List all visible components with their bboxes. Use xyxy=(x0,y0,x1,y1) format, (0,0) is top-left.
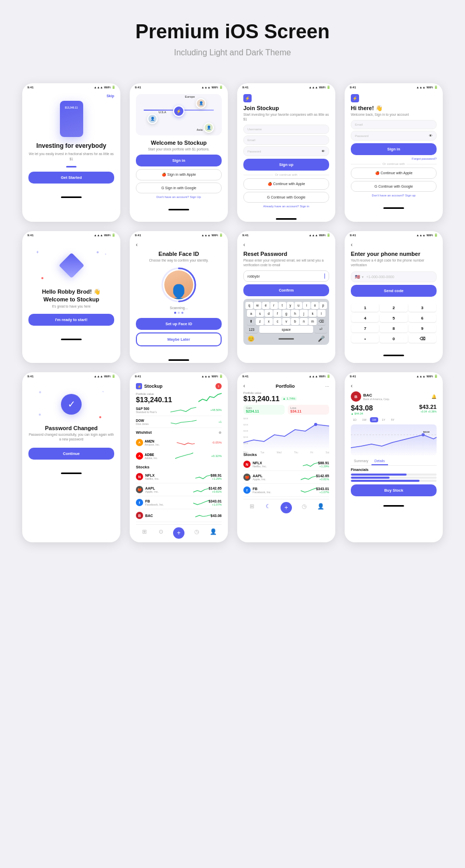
key-123[interactable]: 123 xyxy=(245,326,258,333)
key-z[interactable]: z xyxy=(256,318,264,325)
sign-in-button[interactable]: Sign in xyxy=(136,155,222,166)
key-t[interactable]: t xyxy=(278,302,286,309)
forgot-password-link[interactable]: Forgot password? xyxy=(412,157,437,160)
back-arrow[interactable]: ‹ xyxy=(351,383,352,389)
key-space[interactable]: space xyxy=(259,326,313,333)
password-input[interactable]: Password 👁 xyxy=(243,146,329,156)
dark-mode-nav[interactable]: ☾ xyxy=(264,502,272,510)
key-4[interactable]: 4 xyxy=(351,314,379,322)
apple-button[interactable]: 🍎 Continue with Apple xyxy=(351,167,437,179)
key-x[interactable]: x xyxy=(265,318,273,325)
get-started-button[interactable]: Get Started xyxy=(28,172,114,184)
tab-1m[interactable]: 1M xyxy=(370,417,378,422)
key-h[interactable]: h xyxy=(291,310,299,317)
maybe-later-button[interactable]: Maybe Later xyxy=(136,332,222,346)
key-m[interactable]: m xyxy=(308,318,317,325)
google-button[interactable]: G Continue with Google xyxy=(351,181,437,192)
continue-button[interactable]: Continue xyxy=(28,448,114,460)
key-k[interactable]: k xyxy=(308,310,317,317)
notification-badge[interactable]: 1 xyxy=(215,383,222,389)
tab-1d[interactable]: 1D xyxy=(351,417,359,422)
key-8[interactable]: 8 xyxy=(380,324,407,332)
key-5[interactable]: 5 xyxy=(380,314,407,322)
key-c[interactable]: c xyxy=(273,318,282,325)
sign-up-link[interactable]: Sign up xyxy=(405,194,415,197)
google-sign-in-button[interactable]: G Sign in with Google xyxy=(136,182,222,193)
key-n[interactable]: n xyxy=(300,318,308,325)
phone-input[interactable]: 🇺🇸 ▼ +1-000-000-0000 xyxy=(351,271,437,282)
key-p[interactable]: p xyxy=(319,302,327,309)
emoji-key[interactable]: 😊 xyxy=(247,336,255,342)
key-s[interactable]: s xyxy=(256,310,264,317)
confirm-button[interactable]: Confirm xyxy=(243,284,329,296)
key-i[interactable]: i xyxy=(303,302,311,309)
portfolio-nav[interactable]: ◷ xyxy=(300,502,308,510)
google-continue-button[interactable]: G Continue with Google xyxy=(243,192,329,203)
key-b[interactable]: b xyxy=(291,318,299,325)
key-0[interactable]: 0 xyxy=(380,334,407,343)
buy-stock-button[interactable]: Buy Stock xyxy=(351,484,437,496)
sign-up-button[interactable]: Sign up xyxy=(243,159,329,171)
key-backspace[interactable]: ⌫ xyxy=(409,334,436,343)
profile-nav[interactable]: 👤 xyxy=(209,527,218,536)
skip-button[interactable]: Skip xyxy=(106,94,114,98)
email-input[interactable]: Email xyxy=(351,120,437,129)
tab-1w[interactable]: 1W xyxy=(360,417,368,422)
key-2[interactable]: 2 xyxy=(380,303,407,312)
sign-in-button[interactable]: Sign in xyxy=(351,143,437,155)
home-nav[interactable]: ⊞ xyxy=(140,527,148,536)
bell-icon[interactable]: 🔔 xyxy=(431,394,437,399)
key-l[interactable]: l xyxy=(317,310,326,317)
email-input[interactable]: Email xyxy=(243,135,329,145)
mic-key[interactable]: 🎤 xyxy=(318,336,325,342)
key-j[interactable]: j xyxy=(300,310,308,317)
key-backspace[interactable]: ⌫ xyxy=(317,318,326,325)
key-dot[interactable]: • xyxy=(351,334,379,343)
ready-button[interactable]: I'm ready to start! xyxy=(28,314,114,326)
key-3[interactable]: 3 xyxy=(409,303,436,312)
setup-face-id-button[interactable]: Set up Face ID xyxy=(136,318,222,330)
back-arrow[interactable]: ‹ xyxy=(351,242,437,248)
portfolio-nav[interactable]: ◷ xyxy=(193,527,201,536)
sign-up-link[interactable]: Sign Up xyxy=(190,195,201,199)
key-f[interactable]: f xyxy=(273,310,282,317)
more-options[interactable]: ··· xyxy=(325,384,329,389)
back-arrow[interactable]: ‹ xyxy=(136,242,222,248)
key-w[interactable]: w xyxy=(254,302,261,309)
search-nav[interactable]: ⊙ xyxy=(157,527,165,536)
apple-continue-button[interactable]: 🍎 Continue with Apple xyxy=(243,178,329,190)
key-a[interactable]: a xyxy=(247,310,255,317)
add-nav[interactable]: + xyxy=(173,527,184,539)
key-6[interactable]: 6 xyxy=(409,314,436,322)
key-u[interactable]: u xyxy=(295,302,302,309)
apple-sign-in-button[interactable]: 🍎 Sign in with Apple xyxy=(136,169,222,180)
key-v[interactable]: v xyxy=(282,318,290,325)
wishlist-more[interactable]: ⊕ xyxy=(219,431,222,435)
key-o[interactable]: o xyxy=(311,302,319,309)
key-d[interactable]: d xyxy=(265,310,273,317)
back-arrow[interactable]: ‹ xyxy=(243,242,329,248)
summary-tab[interactable]: Summary xyxy=(351,458,371,465)
home-nav[interactable]: ⊞ xyxy=(247,502,256,510)
key-shift[interactable]: ⬆ xyxy=(247,318,255,325)
dropdown-arrow[interactable]: ▼ xyxy=(361,276,364,279)
key-g[interactable]: g xyxy=(282,310,290,317)
email-input[interactable]: robbybr xyxy=(243,270,329,282)
tab-5y[interactable]: 5Y xyxy=(389,417,397,422)
sign-in-link[interactable]: Sign in xyxy=(300,205,309,208)
key-7[interactable]: 7 xyxy=(351,324,379,332)
add-nav[interactable]: + xyxy=(281,502,292,513)
key-y[interactable]: y xyxy=(287,302,295,309)
send-code-button[interactable]: Send code xyxy=(351,285,437,297)
profile-nav[interactable]: 👤 xyxy=(317,502,325,510)
password-input[interactable]: Password 👁 xyxy=(351,131,437,141)
tab-1y[interactable]: 1Y xyxy=(380,417,388,422)
username-input[interactable]: Username xyxy=(243,125,329,134)
key-q[interactable]: q xyxy=(245,302,253,309)
key-e[interactable]: e xyxy=(262,302,270,309)
back-arrow[interactable]: ‹ xyxy=(243,383,245,389)
key-9[interactable]: 9 xyxy=(409,324,436,332)
details-tab[interactable]: Details xyxy=(371,458,388,465)
key-1[interactable]: 1 xyxy=(351,303,379,312)
key-return[interactable]: ⏎ xyxy=(315,326,327,333)
